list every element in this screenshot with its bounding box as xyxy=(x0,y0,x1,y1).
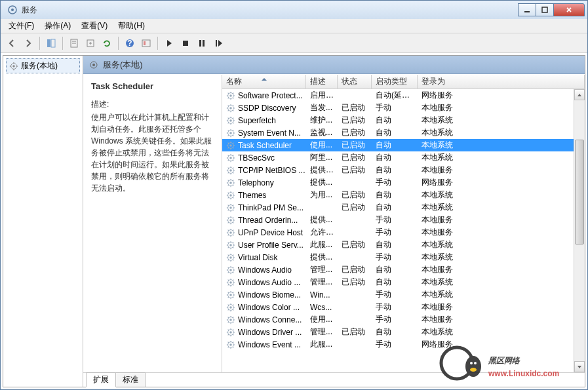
svg-line-183 xyxy=(233,284,233,285)
cell-logon: 本地服务 xyxy=(418,263,585,276)
svg-line-182 xyxy=(228,279,229,280)
scroll-up-button[interactable] xyxy=(574,89,585,100)
service-row[interactable]: TBSecSvc阿里...已启动自动本地系统 xyxy=(222,151,585,164)
services-app-icon xyxy=(7,5,18,15)
back-button[interactable] xyxy=(5,36,19,50)
titlebar[interactable]: 服务 xyxy=(1,1,587,19)
list-body[interactable]: Software Protect...启用 ...自动(延迟...网络服务SSD… xyxy=(222,89,585,372)
svg-line-45 xyxy=(233,105,233,106)
toolbar-icon[interactable] xyxy=(139,36,153,50)
cell-startup: 自动 xyxy=(372,127,418,139)
cell-desc: 管理... xyxy=(306,263,338,276)
cell-startup: 自动 xyxy=(372,276,418,288)
close-button[interactable] xyxy=(553,3,585,16)
svg-line-44 xyxy=(228,110,229,111)
service-row[interactable]: Superfetch维护...已启动自动本地系统 xyxy=(222,114,585,127)
svg-line-155 xyxy=(233,242,233,243)
service-row[interactable]: Windows Audio ...管理...已启动自动本地系统 xyxy=(222,276,585,288)
maximize-button[interactable] xyxy=(536,3,554,16)
column-logon[interactable]: 登录为 xyxy=(418,75,585,88)
tree-root-services[interactable]: 服务(本地) xyxy=(6,58,80,73)
tab-standard[interactable]: 标准 xyxy=(115,372,146,387)
column-status[interactable]: 状态 xyxy=(338,75,372,88)
service-row[interactable]: System Event N...监视...已启动自动本地系统 xyxy=(222,127,585,139)
start-service-button[interactable] xyxy=(162,36,176,50)
menu-help[interactable]: 帮助(H) xyxy=(113,19,150,33)
service-row[interactable]: SSDP Discovery当发...已启动手动本地服务 xyxy=(222,102,585,114)
cell-startup: 自动 xyxy=(372,326,418,338)
service-row[interactable]: Windows Conne...使用...手动本地服务 xyxy=(222,313,585,326)
tree-pane[interactable]: 服务(本地) xyxy=(3,56,83,387)
cell-desc: 启用 ... xyxy=(306,89,338,102)
menu-action[interactable]: 操作(A) xyxy=(39,19,76,33)
help-button[interactable]: ? xyxy=(123,36,137,50)
cell-status xyxy=(338,294,372,296)
column-name[interactable]: 名称 xyxy=(222,75,306,88)
column-description[interactable]: 描述 xyxy=(306,75,338,88)
service-row[interactable]: Themes为用...已启动自动本地系统 xyxy=(222,189,585,201)
stop-service-button[interactable] xyxy=(178,36,193,50)
scroll-down-button[interactable] xyxy=(574,361,585,372)
scroll-track[interactable] xyxy=(574,100,585,361)
svg-line-233 xyxy=(233,347,233,347)
service-row[interactable]: Windows Audio管理...已启动自动本地服务 xyxy=(222,263,585,276)
export-button[interactable] xyxy=(83,36,98,50)
cell-desc: 管理... xyxy=(306,276,338,288)
service-row[interactable]: Windows Driver ...管理...已启动自动本地系统 xyxy=(222,326,585,338)
service-row[interactable]: Software Protect...启用 ...自动(延迟...网络服务 xyxy=(222,89,585,102)
service-row[interactable]: Windows Color ...Wcs...手动本地服务 xyxy=(222,301,585,313)
svg-point-117 xyxy=(229,206,232,209)
service-row[interactable]: TCP/IP NetBIOS ...提供 ...已启动自动本地服务 xyxy=(222,164,585,176)
cell-startup: 手动 xyxy=(372,226,418,239)
service-row[interactable]: User Profile Serv...此服...已启动自动本地系统 xyxy=(222,239,585,251)
gear-icon xyxy=(88,60,99,70)
tab-extended[interactable]: 扩展 xyxy=(86,372,116,387)
forward-button[interactable] xyxy=(21,36,35,50)
cell-status xyxy=(338,182,372,184)
cell-desc: Win... xyxy=(306,290,338,300)
menu-view[interactable]: 查看(V) xyxy=(76,19,113,33)
cell-logon: 本地系统 xyxy=(418,201,585,214)
svg-line-193 xyxy=(233,297,233,298)
service-row[interactable]: Telephony提供...手动网络服务 xyxy=(222,176,585,189)
svg-line-72 xyxy=(228,142,229,143)
properties-button[interactable] xyxy=(67,36,81,50)
refresh-button[interactable] xyxy=(100,36,114,50)
svg-rect-15 xyxy=(199,40,201,47)
column-startup[interactable]: 启动类型 xyxy=(372,75,418,88)
svg-line-152 xyxy=(228,242,229,243)
view-tabs: 扩展 标准 xyxy=(83,372,585,387)
toolbar-separator xyxy=(62,37,63,50)
menu-file[interactable]: 文件(F) xyxy=(3,19,39,33)
show-hide-tree-button[interactable] xyxy=(44,36,58,50)
restart-service-button[interactable] xyxy=(211,36,225,50)
description-text: 使用户可以在此计算机上配置和计划自动任务。此服务还托管多个 Windows 系统… xyxy=(91,111,214,194)
svg-line-52 xyxy=(228,117,229,118)
svg-point-217 xyxy=(229,331,232,334)
svg-line-85 xyxy=(233,155,233,155)
cell-logon: 本地系统 xyxy=(418,139,585,151)
vertical-scrollbar[interactable] xyxy=(574,89,585,372)
svg-line-185 xyxy=(233,279,233,280)
cell-status xyxy=(338,307,372,308)
gear-icon xyxy=(226,191,235,200)
service-row[interactable]: Virtual Disk提供...手动本地系统 xyxy=(222,251,585,263)
cell-desc xyxy=(306,207,338,208)
svg-line-212 xyxy=(228,317,229,317)
svg-line-205 xyxy=(233,304,233,305)
service-row[interactable]: UPnP Device Host允许 ...手动本地服务 xyxy=(222,226,585,239)
cell-startup: 手动 xyxy=(372,176,418,189)
svg-line-204 xyxy=(228,309,229,310)
service-row[interactable]: Thread Orderin...提供...手动本地服务 xyxy=(222,214,585,226)
cell-desc: 当发... xyxy=(306,102,338,114)
cell-logon: 本地系统 xyxy=(418,189,585,201)
minimize-button[interactable] xyxy=(518,3,536,16)
svg-line-93 xyxy=(233,172,233,173)
cell-status: 已启动 xyxy=(338,239,372,251)
pause-service-button[interactable] xyxy=(195,36,209,50)
service-row[interactable]: Task Scheduler使用...已启动自动本地系统 xyxy=(222,139,585,151)
service-row[interactable]: Windows Event ...此服...手动网络服务 xyxy=(222,338,585,351)
service-row[interactable]: ThinkPad PM Se...已启动自动本地系统 xyxy=(222,201,585,214)
scroll-thumb[interactable] xyxy=(575,140,584,244)
service-row[interactable]: Windows Biome...Win...手动本地系统 xyxy=(222,288,585,301)
